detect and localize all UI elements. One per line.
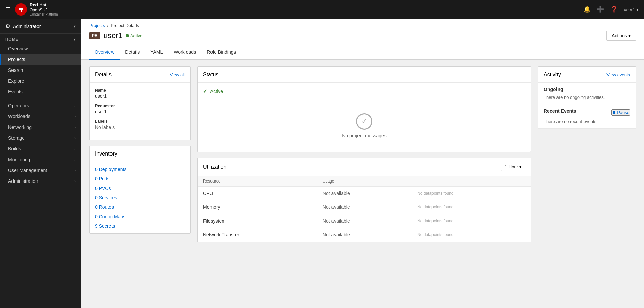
details-title: Details <box>95 72 112 78</box>
time-select-button[interactable]: 1 Hour ▾ <box>501 163 525 171</box>
no-messages-text: No project messages <box>342 133 387 138</box>
sidebar-admin-toggle[interactable]: ⚙ Administrator ▾ <box>0 19 81 34</box>
notification-icon[interactable]: 🔔 <box>583 6 591 13</box>
detail-requester: Requester user1 <box>95 104 185 114</box>
breadcrumb-current: Project Details <box>110 23 139 28</box>
inventory-link[interactable]: 0 Config Maps <box>90 212 190 221</box>
util-header: Utilization 1 Hour ▾ <box>198 158 531 176</box>
details-card: Details View all Name user1 Requester us… <box>89 66 191 140</box>
col-right: Activity View events Ongoing There are n… <box>538 66 636 301</box>
add-icon[interactable]: ➕ <box>597 6 604 13</box>
activity-title: Activity <box>544 72 561 78</box>
inventory-title: Inventory <box>95 151 117 157</box>
util-title: Utilization <box>203 164 226 170</box>
actions-button[interactable]: Actions ▾ <box>606 31 636 41</box>
usage-cell: Not available <box>317 228 415 242</box>
detail-labels: Labels No labels <box>95 119 185 130</box>
logo-brand: Red Hat <box>30 2 58 8</box>
inventory-link[interactable]: 0 Pods <box>90 174 190 184</box>
sidebar-item-projects[interactable]: Projects <box>0 54 81 65</box>
view-all-link[interactable]: View all <box>170 72 185 77</box>
table-row: Network Transfer Not available No datapo… <box>198 228 531 242</box>
sidebar-item-explore[interactable]: Explore <box>0 76 81 86</box>
inventory-card: Inventory 0 Deployments0 Pods0 PVCs0 Ser… <box>89 146 191 234</box>
recent-events-section: Recent Events ⏸ Pause There are no recen… <box>538 104 636 129</box>
sidebar-admin-chevron: ▾ <box>74 24 76 29</box>
graph-cell: No datapoints found. <box>415 228 531 242</box>
sidebar-item-storage[interactable]: Storage› <box>0 133 81 143</box>
sidebar-item-monitoring[interactable]: Monitoring› <box>0 154 81 165</box>
actions-label: Actions <box>612 33 627 38</box>
tabs: Overview Details YAML Workloads Role Bin… <box>81 45 644 60</box>
tab-details[interactable]: Details <box>120 45 145 60</box>
project-status: Active <box>126 33 142 38</box>
status-dot <box>126 34 129 37</box>
inventory-link[interactable]: 0 Routes <box>90 202 190 212</box>
sidebar-item-search[interactable]: Search <box>0 65 81 76</box>
requester-label: Requester <box>95 104 185 108</box>
sidebar-admin-label: ⚙ Administrator <box>5 23 41 29</box>
details-card-header: Details View all <box>90 67 190 83</box>
view-events-link[interactable]: View events <box>606 72 630 77</box>
graph-cell: No datapoints found. <box>415 214 531 228</box>
tab-overview[interactable]: Overview <box>89 45 120 60</box>
resource-cell: Memory <box>198 200 317 214</box>
resource-cell: Network Transfer <box>198 228 317 242</box>
inventory-link[interactable]: 0 Deployments <box>90 165 190 174</box>
activity-header: Activity View events <box>538 67 636 83</box>
usage-cell: Not available <box>317 187 415 200</box>
name-value: user1 <box>95 93 185 99</box>
sidebar-item-networking[interactable]: Networking› <box>0 122 81 133</box>
recent-events-header: Recent Events ⏸ Pause <box>544 108 630 116</box>
status-title: Status <box>203 72 218 78</box>
tab-workloads[interactable]: Workloads <box>168 45 201 60</box>
sidebar-item-operators[interactable]: Operators› <box>0 100 81 111</box>
sidebar-item-overview[interactable]: Overview <box>0 43 81 54</box>
graph-cell: No datapoints found. <box>415 187 531 200</box>
pause-button[interactable]: ⏸ Pause <box>611 109 630 116</box>
inventory-link[interactable]: 9 Secrets <box>90 221 190 231</box>
breadcrumb-parent[interactable]: Projects <box>89 23 105 28</box>
utilization-card: Utilization 1 Hour ▾ Resource Usage <box>197 158 531 242</box>
inventory-links: 0 Deployments0 Pods0 PVCs0 Services0 Rou… <box>90 162 190 233</box>
status-active-label: Active <box>210 89 223 94</box>
help-icon[interactable]: ❓ <box>610 6 618 13</box>
user-name: user1 <box>624 7 635 12</box>
redhat-logo-icon <box>15 3 27 16</box>
utilization-table: Resource Usage CPU Not available No data… <box>198 176 531 242</box>
tab-role-bindings[interactable]: Role Bindings <box>201 45 241 60</box>
time-label: 1 Hour <box>505 164 518 169</box>
sidebar-home-section[interactable]: Home ▾ <box>0 34 81 43</box>
resource-cell: Filesystem <box>198 214 317 228</box>
project-name: user1 <box>104 31 122 40</box>
details-card-body: Name user1 Requester user1 Labels No lab… <box>90 83 190 140</box>
no-messages: ✓ No project messages <box>198 100 531 152</box>
content-area: Details View all Name user1 Requester us… <box>81 60 644 308</box>
sidebar-item-administration[interactable]: Administration› <box>0 176 81 187</box>
tab-yaml[interactable]: YAML <box>145 45 168 60</box>
breadcrumb-separator: › <box>107 23 108 28</box>
sidebar-item-events[interactable]: Events <box>0 86 81 97</box>
sidebar-item-builds[interactable]: Builds› <box>0 143 81 154</box>
status-active-row: ✔ Active <box>198 83 531 100</box>
detail-name: Name user1 <box>95 88 185 99</box>
logo-subtitle: Container Platform <box>30 12 58 17</box>
hamburger-button[interactable]: ☰ <box>5 6 11 13</box>
user-menu[interactable]: user1 ▾ <box>624 7 639 12</box>
status-card-header: Status <box>198 67 531 83</box>
status-label: Active <box>130 33 142 38</box>
check-circle-icon: ✓ <box>356 113 372 130</box>
page-title-left: PR user1 Active <box>89 31 142 40</box>
inventory-link[interactable]: 0 PVCs <box>90 184 190 193</box>
status-card: Status ✔ Active ✓ No project messages <box>197 66 531 152</box>
inventory-link[interactable]: 0 Services <box>90 193 190 202</box>
sidebar-item-workloads[interactable]: Workloads› <box>0 111 81 122</box>
resource-cell: CPU <box>198 187 317 200</box>
breadcrumb: Projects › Project Details <box>89 19 636 31</box>
name-label: Name <box>95 88 185 93</box>
col-middle: Status ✔ Active ✓ No project messages Ut… <box>197 66 531 301</box>
logo-product: OpenShift <box>30 8 58 12</box>
user-chevron: ▾ <box>636 7 639 12</box>
sidebar-item-user_management[interactable]: User Management› <box>0 165 81 176</box>
labels-label: Labels <box>95 119 185 124</box>
